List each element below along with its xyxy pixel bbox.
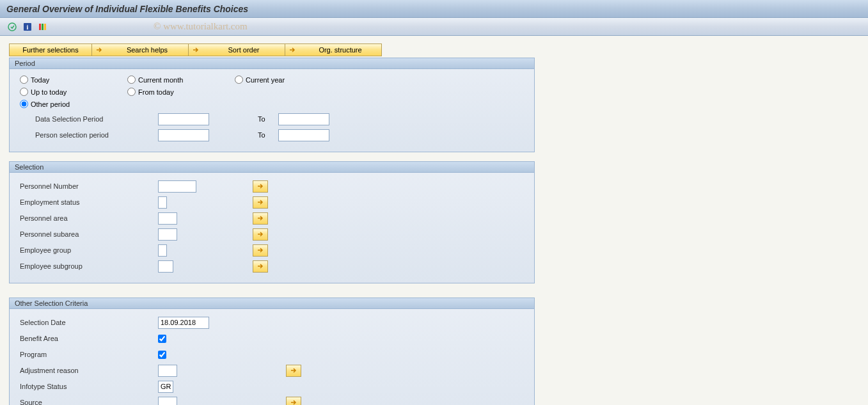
page-title: General Overview of Individual Flexible … — [6, 4, 248, 14]
radio-today-input[interactable] — [20, 75, 28, 84]
svg-rect-3 — [39, 24, 41, 30]
execute-icon[interactable] — [6, 21, 18, 33]
sort-order-button[interactable]: Sort order — [189, 44, 285, 56]
to-label: To — [254, 115, 278, 123]
personnel-subarea-input[interactable] — [158, 228, 177, 241]
radio-current-month[interactable]: Current month — [125, 75, 232, 84]
radio-today[interactable]: Today — [17, 75, 125, 84]
radio-from-today-input[interactable] — [127, 88, 136, 96]
source-input[interactable] — [158, 397, 177, 406]
svg-point-0 — [8, 23, 16, 31]
period-header: Period — [10, 58, 534, 69]
radio-current-year-label: Current year — [246, 76, 285, 84]
org-structure-button[interactable]: Org. structure — [285, 44, 382, 56]
svg-rect-4 — [42, 24, 43, 30]
info-icon[interactable]: i — [22, 21, 33, 33]
personnel-area-input[interactable] — [158, 212, 177, 225]
selection-header: Selection — [10, 162, 534, 173]
radio-up-to-today-label: Up to today — [31, 88, 67, 96]
personnel-area-multiple-button[interactable] — [253, 212, 268, 225]
selection-group: Selection Personnel Number Employment st… — [9, 161, 535, 283]
radio-other-period[interactable]: Other period — [17, 100, 125, 108]
further-selections-button[interactable]: Further selections — [9, 44, 92, 56]
period-group: Period Today Current month Current year — [9, 58, 535, 152]
data-selection-from-input[interactable] — [158, 113, 209, 125]
radio-current-month-label: Current month — [138, 76, 183, 84]
arrow-right-icon — [285, 47, 299, 53]
personnel-number-multiple-button[interactable] — [253, 180, 268, 193]
radio-other-period-input[interactable] — [20, 100, 28, 108]
arrow-right-icon — [92, 47, 106, 53]
search-helps-button[interactable]: Search helps — [92, 44, 189, 56]
search-helps-label: Search helps — [106, 46, 188, 54]
personnel-number-input[interactable] — [158, 180, 196, 193]
person-selection-period-label: Person selection period — [17, 131, 158, 139]
to-label-2: To — [254, 131, 278, 139]
org-structure-label: Org. structure — [299, 46, 381, 54]
selection-date-label: Selection Date — [17, 319, 158, 326]
employee-group-input[interactable] — [158, 244, 167, 257]
data-selection-to-input[interactable] — [278, 113, 329, 125]
other-criteria-group: Other Selection Criteria Selection Date … — [9, 298, 535, 405]
source-label: Source — [17, 399, 158, 405]
radio-current-year[interactable]: Current year — [232, 75, 340, 84]
personnel-subarea-label: Personnel subarea — [17, 230, 158, 238]
employee-subgroup-input[interactable] — [158, 260, 173, 273]
arrow-right-icon — [189, 47, 203, 53]
benefit-area-label: Benefit Area — [17, 335, 158, 342]
data-selection-period-label: Data Selection Period — [17, 115, 158, 123]
toolbar: i © www.tutorialkart.com — [0, 18, 868, 36]
personnel-subarea-multiple-button[interactable] — [253, 228, 268, 241]
radio-current-year-input[interactable] — [235, 75, 243, 84]
source-multiple-button[interactable] — [286, 397, 301, 406]
selection-date-input[interactable] — [158, 317, 209, 329]
personnel-area-label: Personnel area — [17, 214, 158, 222]
employment-status-label: Employment status — [17, 198, 158, 206]
radio-other-period-label: Other period — [31, 100, 70, 108]
title-bar: General Overview of Individual Flexible … — [0, 0, 868, 18]
employee-group-label: Employee group — [17, 246, 158, 254]
adjustment-reason-label: Adjustment reason — [17, 367, 158, 374]
other-criteria-header: Other Selection Criteria — [10, 298, 534, 309]
employment-status-multiple-button[interactable] — [253, 196, 268, 209]
radio-up-to-today-input[interactable] — [20, 88, 28, 96]
radio-up-to-today[interactable]: Up to today — [17, 88, 125, 96]
svg-text:i: i — [27, 24, 29, 31]
infotype-status-input[interactable] — [158, 381, 173, 393]
adjustment-reason-input[interactable] — [158, 365, 177, 377]
personnel-number-label: Personnel Number — [17, 182, 158, 190]
further-selections-label: Further selections — [22, 46, 78, 54]
content-area: Further selections Search helps Sort ord… — [0, 36, 868, 405]
sort-order-label: Sort order — [203, 46, 285, 54]
employment-status-input[interactable] — [158, 196, 167, 209]
employee-subgroup-multiple-button[interactable] — [253, 260, 268, 273]
radio-from-today-label: From today — [138, 88, 174, 96]
employee-subgroup-label: Employee subgroup — [17, 262, 158, 270]
svg-rect-5 — [44, 24, 46, 30]
selections-row: Further selections Search helps Sort ord… — [9, 44, 863, 56]
radio-today-label: Today — [31, 76, 49, 84]
watermark: © www.tutorialkart.com — [154, 21, 248, 32]
radio-from-today[interactable]: From today — [125, 88, 232, 96]
infotype-status-label: Infotype Status — [17, 383, 158, 390]
person-selection-to-input[interactable] — [278, 129, 329, 141]
employee-group-multiple-button[interactable] — [253, 244, 268, 257]
bars-icon[interactable] — [37, 21, 49, 33]
program-label: Program — [17, 351, 158, 358]
program-checkbox[interactable] — [158, 351, 166, 359]
benefit-area-checkbox[interactable] — [158, 335, 166, 343]
radio-current-month-input[interactable] — [127, 75, 136, 84]
adjustment-reason-multiple-button[interactable] — [286, 365, 301, 377]
person-selection-from-input[interactable] — [158, 129, 209, 141]
